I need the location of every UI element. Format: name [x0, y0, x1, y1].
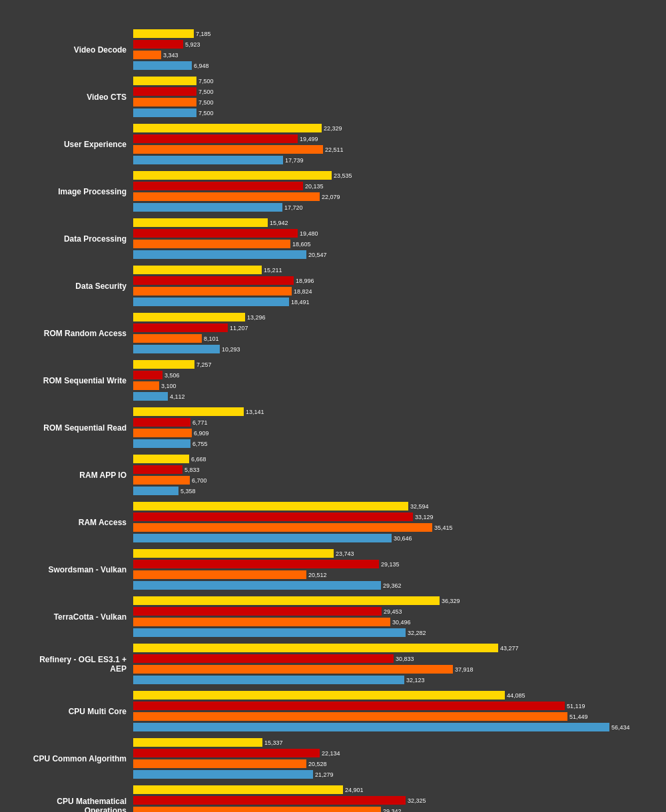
- row-label: CPU Multi Core: [13, 688, 133, 734]
- bar-row: 29,362: [133, 580, 653, 590]
- row-bars: 15,21118,99618,82418,491: [133, 263, 653, 309]
- bar-fill: [133, 418, 190, 427]
- bar-row: 23,743: [133, 548, 653, 558]
- bar-fill: [133, 134, 298, 143]
- row-bars: 13,29611,2078,10110,293: [133, 310, 653, 356]
- bar-row: 32,282: [133, 628, 653, 638]
- bar-value: 6,771: [192, 419, 208, 426]
- bar-row: 56,434: [133, 722, 653, 732]
- bar-fill: [133, 487, 178, 495]
- bar-value: 7,500: [198, 110, 214, 116]
- bar-row: 7,257: [133, 359, 653, 369]
- bar-fill: [133, 108, 196, 117]
- bar-row: 5,833: [133, 465, 653, 475]
- bar-fill: [133, 749, 320, 757]
- bar-value: 6,909: [194, 430, 209, 437]
- bar-row: 6,909: [133, 428, 653, 438]
- bar-row: 4,112: [133, 391, 653, 401]
- bar-value: 7,500: [198, 89, 214, 95]
- bar-value: 32,594: [410, 503, 429, 510]
- bar-value: 7,257: [196, 361, 212, 368]
- row-bars: 13,1416,7716,9096,755: [133, 405, 653, 451]
- bar-fill: [133, 266, 262, 274]
- row-label: Swordsman - Vulkan: [13, 546, 133, 592]
- bar-value: 44,085: [507, 692, 525, 699]
- row-wrapper: User Experience22,32919,49922,51117,739: [13, 121, 653, 167]
- bar-value: 13,141: [246, 409, 264, 415]
- bar-row: 32,123: [133, 675, 653, 685]
- bar-fill: [133, 676, 404, 684]
- bar-row: 37,918: [133, 664, 653, 674]
- bar-value: 7,500: [198, 99, 214, 106]
- bar-value: 20,135: [305, 183, 324, 190]
- bar-fill: [133, 644, 498, 652]
- bar-row: 35,415: [133, 522, 653, 532]
- bar-fill: [133, 313, 245, 321]
- bar-row: 18,824: [133, 286, 653, 296]
- bar-row: 6,771: [133, 417, 653, 427]
- bar-row: 29,135: [133, 559, 653, 569]
- bar-fill: [133, 560, 379, 568]
- row-label: CPU Common Algorithm: [13, 735, 133, 781]
- bar-value: 51,119: [567, 703, 585, 710]
- bar-value: 11,207: [230, 325, 248, 331]
- row-bars: 36,32929,45330,49632,282: [133, 594, 653, 640]
- bar-value: 29,135: [381, 561, 400, 568]
- bar-row: 6,700: [133, 475, 653, 485]
- bar-fill: [133, 596, 440, 605]
- bar-fill: [133, 40, 183, 49]
- bar-value: 8,101: [204, 335, 219, 342]
- bar-value: 17,739: [285, 157, 304, 164]
- bar-fill: [133, 549, 334, 558]
- row-wrapper: RAM Access32,59433,12935,41530,646: [13, 499, 653, 545]
- bar-row: 33,129: [133, 512, 653, 522]
- bar-row: 29,342: [133, 806, 653, 812]
- bar-row: 24,901: [133, 785, 653, 795]
- bar-fill: [133, 77, 196, 85]
- bar-value: 30,496: [392, 619, 411, 626]
- bar-value: 56,434: [611, 724, 630, 731]
- bar-value: 13,296: [247, 314, 266, 321]
- bar-fill: [133, 665, 453, 674]
- bar-fill: [133, 192, 320, 201]
- bar-value: 3,343: [163, 52, 178, 59]
- bar-fill: [133, 345, 220, 353]
- row-wrapper: Video Decode7,1855,9233,3436,948: [13, 27, 653, 73]
- bar-row: 23,535: [133, 170, 653, 180]
- bar-row: 20,512: [133, 570, 653, 580]
- bar-value: 30,646: [394, 535, 412, 542]
- bar-fill: [133, 229, 298, 238]
- bar-value: 37,918: [455, 666, 474, 673]
- bar-row: 7,185: [133, 29, 653, 39]
- bar-value: 5,833: [184, 467, 200, 473]
- bar-row: 11,207: [133, 323, 653, 333]
- bar-value: 20,512: [308, 572, 327, 578]
- row-label: CPU MathematicalOperations: [13, 783, 133, 812]
- row-label: ROM Sequential Read: [13, 405, 133, 451]
- row-wrapper: Video CTS7,5007,5007,5007,500: [13, 74, 653, 120]
- row-bars: 15,94219,48018,60520,547: [133, 216, 653, 262]
- bar-value: 19,499: [300, 136, 318, 142]
- bar-fill: [133, 618, 390, 626]
- row-label: RAM APP IO: [13, 452, 133, 498]
- bar-fill: [133, 298, 289, 306]
- bar-value: 6,755: [192, 441, 208, 447]
- row-bars: 23,74329,13520,51229,362: [133, 546, 653, 592]
- bar-row: 44,085: [133, 690, 653, 700]
- bar-value: 7,500: [198, 78, 214, 85]
- bar-value: 51,449: [569, 713, 588, 720]
- row-wrapper: ROM Sequential Read13,1416,7716,9096,755: [13, 405, 653, 451]
- bar-value: 19,480: [300, 230, 318, 237]
- bar-row: 3,343: [133, 50, 653, 60]
- row-label: ROM Sequential Write: [13, 357, 133, 403]
- bar-row: 5,358: [133, 486, 653, 496]
- bar-row: 13,296: [133, 312, 653, 322]
- bar-value: 33,129: [415, 514, 434, 520]
- bar-row: 6,755: [133, 439, 653, 449]
- bar-value: 32,325: [408, 797, 426, 804]
- bar-row: 18,996: [133, 276, 653, 286]
- row-label: Video Decode: [13, 27, 133, 73]
- bar-row: 15,211: [133, 265, 653, 275]
- bar-fill: [133, 171, 332, 180]
- bar-fill: [133, 439, 190, 448]
